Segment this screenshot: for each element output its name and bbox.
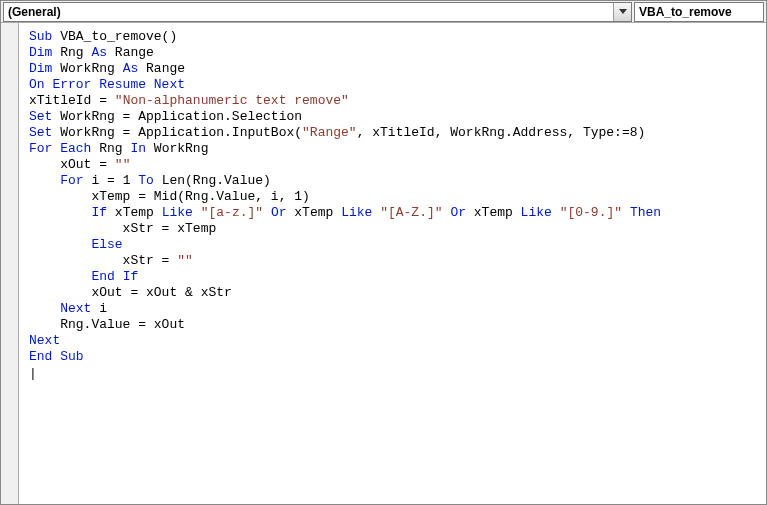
code-line: Rng.Value = xOut bbox=[29, 317, 762, 333]
toolbar: (General) VBA_to_remove bbox=[1, 1, 766, 23]
procedure-dropdown[interactable]: VBA_to_remove bbox=[634, 2, 764, 22]
code-line: End If bbox=[29, 269, 762, 285]
code-line: End Sub bbox=[29, 349, 762, 365]
code-editor[interactable]: Sub VBA_to_remove()Dim Rng As RangeDim W… bbox=[19, 23, 766, 504]
code-line: Sub VBA_to_remove() bbox=[29, 29, 762, 45]
code-line: Next bbox=[29, 333, 762, 349]
code-line: Set WorkRng = Application.Selection bbox=[29, 109, 762, 125]
code-line: Else bbox=[29, 237, 762, 253]
margin-indicator-bar bbox=[1, 23, 19, 504]
code-line: xStr = "" bbox=[29, 253, 762, 269]
code-line: Dim WorkRng As Range bbox=[29, 61, 762, 77]
code-line: On Error Resume Next bbox=[29, 77, 762, 93]
procedure-dropdown-value: VBA_to_remove bbox=[639, 5, 732, 19]
code-line: xTitleId = "Non-alphanumeric text remove… bbox=[29, 93, 762, 109]
code-line: xTemp = Mid(Rng.Value, i, 1) bbox=[29, 189, 762, 205]
code-line: Set WorkRng = Application.InputBox("Rang… bbox=[29, 125, 762, 141]
code-line: Dim Rng As Range bbox=[29, 45, 762, 61]
chevron-down-icon bbox=[613, 3, 631, 21]
code-line: xOut = "" bbox=[29, 157, 762, 173]
code-line: xOut = xOut & xStr bbox=[29, 285, 762, 301]
text-cursor: | bbox=[29, 366, 30, 380]
code-line: If xTemp Like "[a-z.]" Or xTemp Like "[A… bbox=[29, 205, 762, 221]
code-line: For Each Rng In WorkRng bbox=[29, 141, 762, 157]
code-line: For i = 1 To Len(Rng.Value) bbox=[29, 173, 762, 189]
code-line: | bbox=[29, 365, 762, 381]
code-line: xStr = xTemp bbox=[29, 221, 762, 237]
object-dropdown-value: (General) bbox=[8, 5, 61, 19]
editor-area: Sub VBA_to_remove()Dim Rng As RangeDim W… bbox=[1, 23, 766, 504]
object-dropdown[interactable]: (General) bbox=[3, 2, 632, 22]
code-line: Next i bbox=[29, 301, 762, 317]
